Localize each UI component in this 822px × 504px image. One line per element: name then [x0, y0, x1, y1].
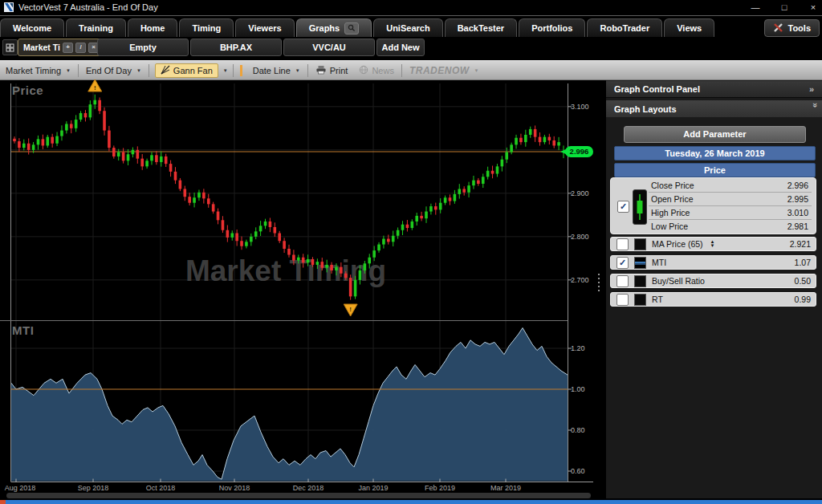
svg-text:!: ! [349, 306, 352, 313]
tools-label: Tools [787, 23, 811, 33]
parameter-value: 0.99 [795, 295, 811, 304]
parameter-label: MTI [652, 258, 666, 267]
row-label: Close Price [649, 181, 787, 190]
low-warning-marker: ! [344, 304, 357, 316]
row-value: 2.981 [787, 222, 812, 231]
parameter-value: 1.07 [795, 258, 811, 267]
close-price-row: Close Price 2.996 [649, 179, 812, 192]
parameter-label: MA Price (65) [652, 239, 703, 249]
x-axis-label: Jan 2019 [358, 484, 388, 492]
rt-checkbox[interactable] [616, 294, 629, 306]
last-price-badge: 2.996 [565, 146, 593, 157]
buy-sell-ratio-parameter-row: Buy/Sell Ratio 0.50 [610, 274, 816, 288]
row-value: 3.010 [787, 208, 812, 217]
close-button[interactable]: × [808, 2, 819, 12]
mti-panel-title: MTI [12, 323, 34, 337]
parameter-value: 0.50 [795, 276, 811, 286]
graph-control-panel: Graph Control Panel » Graph Layouts » Ad… [606, 80, 822, 498]
x-axis-label: Mar 2019 [490, 484, 521, 492]
row-label: Low Price [649, 222, 787, 231]
low-price-row: Low Price 2.981 [649, 219, 812, 233]
mti-checkbox[interactable]: ✓ [616, 257, 629, 269]
row-value: 2.995 [787, 194, 812, 204]
y-axis-label: 0.80 [571, 426, 585, 434]
parameter-label: RT [652, 295, 663, 304]
high-price-row: High Price 3.010 [649, 205, 812, 219]
x-axis-label: Sep 2018 [78, 484, 109, 492]
svg-text:!: ! [94, 84, 96, 91]
ma-price-color-swatch[interactable] [634, 238, 646, 250]
ma-period-stepper[interactable]: ▲ ▼ [710, 240, 715, 248]
graph-layouts-label: Graph Layouts [606, 104, 809, 114]
parameter-label: Buy/Sell Ratio [652, 276, 705, 286]
high-warning-marker: ! [88, 79, 102, 91]
x-axis-label: Oct 2018 [146, 484, 176, 492]
chart-bottom-bar [6, 493, 591, 498]
ma-price-parameter-row: MA Price (65) ▲ ▼ 2.921 [610, 237, 816, 251]
date-banner: Tuesday, 26 March 2019 [614, 146, 816, 161]
window-controls: — □ × [750, 0, 819, 14]
maximize-button[interactable]: □ [779, 2, 790, 12]
graph-layouts-header[interactable]: Graph Layouts » [606, 100, 822, 117]
buy-sell-ratio-color-swatch[interactable] [634, 275, 646, 287]
y-axis-label: 2.700 [571, 276, 589, 284]
window-bottom-edge [0, 500, 822, 504]
y-axis-label: 0.60 [571, 467, 585, 475]
x-axis-label: Feb 2019 [425, 484, 455, 492]
y-axis-labels: 3.1002.9002.8002.7001.201.000.800.60 [568, 103, 589, 475]
price-checkbox[interactable]: ✓ [617, 201, 629, 213]
x-axis-label: Nov 2018 [219, 484, 250, 492]
panel-header[interactable]: Graph Control Panel » [606, 81, 822, 98]
mti-area [11, 328, 568, 482]
price-section-header: Price [614, 163, 816, 177]
y-axis-label: 2.800 [571, 233, 589, 241]
tab-label: RoboTrader [600, 19, 649, 37]
rt-color-swatch[interactable] [634, 294, 646, 306]
mti-color-swatch[interactable] [634, 257, 646, 269]
tab-robotrader[interactable]: RoboTrader [587, 18, 662, 37]
y-axis-label: 1.00 [571, 385, 585, 393]
checkbox-check-icon: ✓ [619, 258, 626, 266]
price-panel-title: Price [12, 83, 43, 97]
rt-parameter-row: RT 0.99 [610, 292, 816, 307]
price-rows: Close Price 2.996 Open Price 2.995 High … [649, 179, 812, 233]
expand-down-icon[interactable]: » [811, 102, 820, 115]
row-value: 2.996 [787, 181, 812, 190]
buy-sell-ratio-checkbox[interactable] [616, 275, 629, 287]
market-timing-chart[interactable]: Market Timing3.1002.9002.8002.7001.201.0… [0, 0, 594, 504]
row-label: High Price [649, 208, 787, 217]
x-axis-label: Dec 2018 [293, 484, 324, 492]
open-price-row: Open Price 2.995 [649, 192, 812, 205]
mti-parameter-row: ✓ MTI 1.07 [610, 255, 816, 270]
collapse-right-icon[interactable]: » [809, 84, 822, 94]
panel-splitter-handle[interactable] [598, 274, 600, 291]
tools-icon [773, 22, 783, 35]
y-axis-label: 3.100 [571, 103, 589, 111]
y-axis-label: 2.900 [571, 189, 589, 197]
panel-title: Graph Control Panel [606, 84, 809, 94]
tab-views[interactable]: Views [664, 18, 714, 37]
y-axis-label: 1.20 [571, 344, 585, 352]
ma-price-checkbox[interactable] [616, 238, 629, 250]
window-bottom-corner [0, 500, 6, 504]
application-window: VectorVest 7 Australia - End Of Day — □ … [0, 0, 822, 504]
add-parameter-button[interactable]: Add Parameter [624, 126, 806, 143]
x-axis-label: Aug 2018 [5, 484, 36, 492]
price-parameter-group: ✓ Close Price 2.996 Open Price 2.995 Hig… [610, 177, 816, 234]
stepper-down-icon[interactable]: ▼ [710, 244, 715, 248]
tools-button[interactable]: Tools [764, 19, 820, 37]
candlestick-swatch-icon[interactable] [633, 189, 647, 225]
checkbox-check-icon: ✓ [620, 202, 627, 210]
row-label: Open Price [649, 194, 787, 204]
tab-label: Views [677, 19, 702, 37]
parameter-value: 2.921 [790, 239, 811, 249]
minimize-button[interactable]: — [750, 2, 761, 12]
